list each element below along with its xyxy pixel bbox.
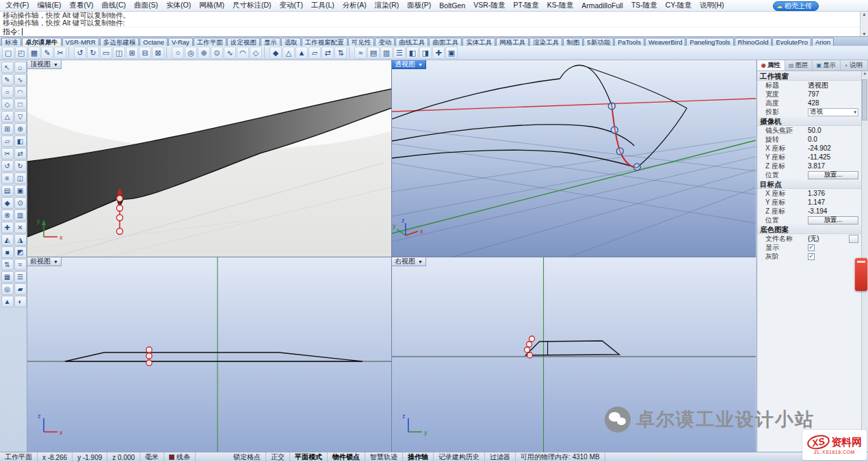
menu-item[interactable]: 网格(M) [195, 0, 228, 11]
scroll-up-icon[interactable]: ▲ [863, 71, 867, 75]
toolbar-tab[interactable]: 可见性 [348, 38, 375, 46]
menu-item[interactable]: VSR-随意 [469, 0, 509, 11]
menu-item[interactable]: TS-随意 [627, 0, 661, 11]
scrollbar-thumb[interactable] [862, 79, 867, 120]
status-item[interactable]: 锁定格点 [228, 452, 266, 462]
sidebar-tool-icon[interactable]: ☰ [14, 271, 27, 283]
sidebar-tool-icon[interactable]: ◧ [14, 136, 27, 147]
sidebar-tool-icon[interactable]: ⊗ [1, 209, 14, 221]
control-point[interactable] [117, 215, 123, 221]
toolbar-icon[interactable]: ◫ [113, 47, 125, 59]
toolbar-tab[interactable]: VSR-MRR [62, 38, 99, 46]
toolbar-icon[interactable]: ⇅ [334, 47, 347, 59]
menu-item[interactable]: BoltGen [435, 0, 469, 11]
toolbar-icon[interactable]: ▲ [295, 47, 308, 59]
toolbar-icon[interactable]: ✚ [432, 47, 445, 59]
menu-item[interactable]: CY-随意 [661, 0, 696, 11]
toolbar-icon[interactable]: ◆ [269, 47, 282, 59]
viewport-title-right[interactable]: 右视图 ▼ [392, 257, 426, 266]
menu-item[interactable]: 实体(O) [162, 0, 195, 11]
menu-item[interactable]: PT-随意 [509, 0, 542, 11]
viewport-front[interactable]: z x 前视图 ▼ [27, 257, 391, 452]
toolbar-tab[interactable]: 曲线工具 [395, 38, 428, 46]
toolbar-icon[interactable]: ✎ [41, 47, 53, 59]
menu-item[interactable]: 渲染(R) [371, 0, 404, 11]
toolbar-icon[interactable]: ◧ [406, 47, 419, 59]
sidebar-tool-icon[interactable]: ◫ [14, 172, 27, 184]
toolbar-tab[interactable]: 设定视图 [227, 38, 260, 46]
toolbar-icon[interactable]: ▤ [367, 47, 380, 59]
projection-dropdown[interactable]: 透视▾ [808, 108, 858, 116]
toolbar-icon[interactable]: ↻ [87, 47, 99, 59]
scroll-down-icon[interactable]: ▼ [862, 31, 867, 36]
status-item[interactable]: 工作平面 [0, 452, 38, 462]
status-item[interactable]: 毫米 [140, 452, 164, 462]
toolbar-icon[interactable]: ⊕ [198, 47, 210, 59]
toolbar-icon[interactable]: ◎ [185, 47, 197, 59]
status-item[interactable]: 线条 [164, 452, 196, 462]
menu-item[interactable]: 尺寸标注(D) [228, 0, 276, 11]
toolbar-tab[interactable]: Arion [812, 38, 834, 46]
toolbar-tab[interactable]: 制图 [563, 38, 583, 46]
sidebar-tool-icon[interactable]: □ [14, 99, 27, 110]
sidebar-tool-icon[interactable]: ○ [1, 86, 14, 98]
sidebar-tool-icon[interactable]: ⊞ [1, 123, 14, 135]
toolbar-tab[interactable]: 实体工具 [462, 38, 495, 46]
status-item[interactable]: 智慧轨迹 [365, 452, 403, 462]
viewport-title-perspective[interactable]: 透视图 ▼ [392, 60, 426, 69]
toolbar-icon[interactable]: ◨ [419, 47, 432, 59]
toolbar-tab[interactable]: 多边形建模 [100, 38, 140, 46]
place-button[interactable]: 放置... [808, 216, 858, 224]
viewport-menu-icon[interactable]: ▼ [418, 259, 423, 264]
sidebar-tool-icon[interactable]: ∿ [14, 74, 27, 86]
toolbar-icon[interactable]: ◰ [15, 47, 27, 59]
viewport-menu-icon[interactable]: ▼ [418, 62, 423, 67]
sidebar-tool-icon[interactable]: ◆ [1, 197, 14, 209]
toolbar-tab[interactable]: PanelingTools [686, 38, 733, 46]
control-point[interactable] [117, 205, 123, 211]
status-item[interactable]: 正交 [266, 452, 290, 462]
status-item[interactable]: 记录建构历史 [434, 452, 485, 462]
sidebar-tool-icon[interactable]: ✂ [1, 148, 14, 159]
menu-item[interactable]: KS-随意 [543, 0, 578, 11]
sidebar-tool-icon[interactable]: ↻ [14, 160, 27, 172]
toolbar-icon[interactable]: ▣ [445, 47, 458, 59]
panel-row-value[interactable]: 797 [808, 90, 858, 98]
sidebar-tool-icon[interactable]: ▽ [14, 111, 27, 123]
toolbar-icon[interactable]: ▱ [308, 47, 321, 59]
menu-item[interactable]: 变动(T) [276, 0, 307, 11]
upload-button[interactable]: ☁ 稻壳上传 [773, 1, 819, 11]
sidebar-tool-icon[interactable]: △ [1, 111, 14, 123]
toolbar-icon[interactable]: △ [282, 47, 295, 59]
sidebar-tool-icon[interactable]: ◩ [14, 246, 27, 258]
toolbar-icon[interactable]: ☰ [393, 47, 406, 59]
sidebar-tool-icon[interactable]: ◎ [1, 283, 14, 295]
front-viewport-canvas[interactable]: z x [27, 257, 391, 452]
menu-item[interactable]: 曲线(C) [97, 0, 130, 11]
sidebar-tool-icon[interactable]: ≈ [14, 259, 27, 270]
perspective-viewport-canvas[interactable]: z x y [392, 60, 756, 257]
menu-item[interactable]: 曲面(S) [130, 0, 162, 11]
scroll-up-icon[interactable]: ▲ [862, 12, 867, 16]
toolbar-tab[interactable]: 网格工具 [496, 38, 529, 46]
sidebar-tool-icon[interactable]: ▥ [14, 209, 27, 221]
menu-item[interactable]: ArmadilloFull [577, 0, 627, 11]
panel-row-value[interactable]: 透视图 [808, 81, 858, 90]
checkbox[interactable]: ✓ [808, 244, 815, 251]
toolbar-tab[interactable]: 工作平面 [194, 38, 226, 46]
sidebar-tool-icon[interactable]: ■ [1, 246, 14, 258]
sidebar-tool-icon[interactable]: ◭ [1, 234, 14, 246]
menu-item[interactable]: 面板(P) [403, 0, 435, 11]
viewport-title-top[interactable]: 顶视图 ▼ [27, 60, 62, 69]
menu-item[interactable]: 工具(L) [307, 0, 339, 11]
viewport-menu-icon[interactable]: ▼ [53, 62, 58, 67]
toolbar-tab[interactable]: 变动 [375, 38, 395, 46]
toolbar-tab[interactable]: 选取 [281, 38, 301, 46]
panel-row-value[interactable]: 50.0 [808, 127, 858, 134]
curve-control-points[interactable] [146, 347, 152, 365]
toolbar-tab[interactable]: Octane [140, 38, 168, 46]
toolbar-icon[interactable]: ≈ [354, 47, 367, 59]
toolbar-tab[interactable]: PaTools [614, 38, 644, 46]
toolbar-icon[interactable]: ↺ [74, 47, 86, 59]
panel-row-value[interactable]: 1.147 [808, 198, 858, 206]
